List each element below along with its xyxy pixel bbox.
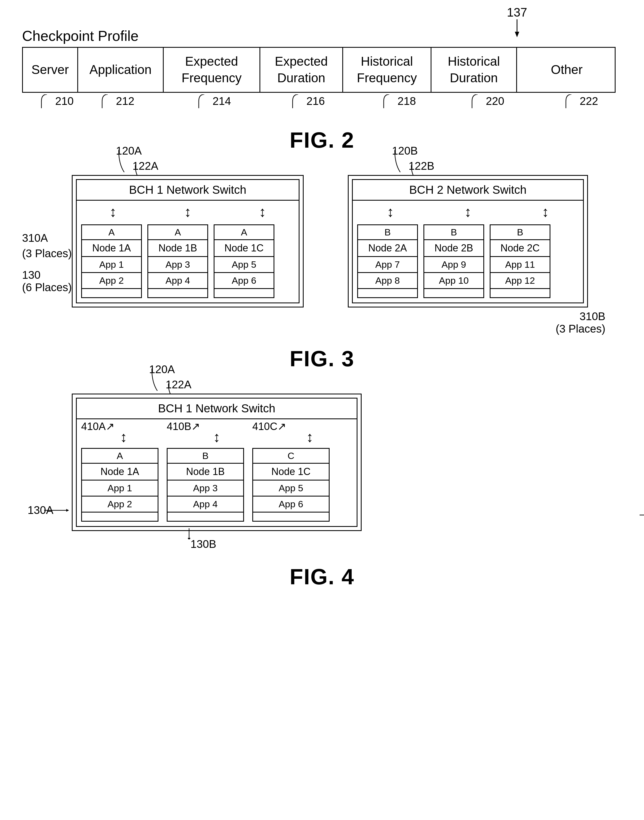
node-1b-label: Node 1B <box>148 240 207 257</box>
col-application: Application <box>78 48 164 92</box>
label-130-fig3: 130 (6 Places) <box>22 269 72 294</box>
bch4-inner: BCH 1 Network Switch 410A↗ 410B↗ <box>76 398 357 527</box>
node-2c-app1: App 11 <box>491 257 550 273</box>
label-130b: 130B <box>190 538 216 550</box>
node-f4-1b-label: Node 1B <box>167 464 243 481</box>
arrow-up-down-3: ↕ <box>232 204 293 220</box>
node-f4-1c: C Node 1C App 5 App 6 <box>252 448 330 522</box>
col-historical-frequency: Historical Frequency <box>343 48 431 92</box>
node-1c-app2: App 6 <box>215 273 274 289</box>
checkpoint-profile-title: Checkpoint Profile <box>22 28 139 44</box>
col-other: Other <box>517 48 616 92</box>
bch2-container: 120B 122B BCH 2 Network Switch ↕ <box>348 175 588 308</box>
svg-marker-1 <box>515 32 519 37</box>
ref-220: 220 <box>469 94 504 108</box>
label-122a-fig4: 122A <box>166 379 191 391</box>
node-2b-label: Node 2B <box>424 240 483 257</box>
svg-marker-3 <box>66 509 69 512</box>
node-2c: B Node 2C App 11 App 12 <box>490 224 550 298</box>
label-120a-fig4: 120A <box>149 363 175 376</box>
ref-212: 212 <box>100 94 135 108</box>
node-f4-1b-letter: B <box>167 449 243 464</box>
node-2b-app1: App 9 <box>424 257 483 273</box>
label-120b-fig3: 120B <box>392 145 418 157</box>
node-2a: B Node 2A App 7 App 8 <box>357 224 418 298</box>
page: Checkpoint Profile 137 Server Applicatio… <box>0 0 644 820</box>
arrows-row-bch4: ↕ ↕ ↕ <box>77 420 357 445</box>
node-2c-letter: B <box>491 225 550 240</box>
bch1-title: BCH 1 Network Switch <box>77 180 299 201</box>
arrow-up-down-1: ↕ <box>83 204 143 220</box>
node-1c-app1: App 5 <box>215 257 274 273</box>
bch1-outer: BCH 1 Network Switch ↕ ↕ ↕ A <box>72 175 304 308</box>
col-server: Server <box>23 48 78 92</box>
bch2-title: BCH 2 Network Switch <box>353 180 583 201</box>
node-2a-label: Node 2A <box>358 240 417 257</box>
node-f4-1c-label: Node 1C <box>253 464 329 481</box>
node-1a-label: Node 1A <box>82 240 141 257</box>
bch2-outer: BCH 2 Network Switch ↕ ↕ ↕ B <box>348 175 588 308</box>
node-2a-app2: App 8 <box>358 273 417 289</box>
node-f4-1a-app2: App 2 <box>82 497 158 512</box>
fig3-caption: FIG. 3 <box>22 346 622 371</box>
node-2b-letter: B <box>424 225 483 240</box>
node-1a-letter: A <box>82 225 141 240</box>
checkpoint-table: Server Application Expected Frequency Ex… <box>22 47 616 93</box>
node-2b: B Node 2B App 9 App 10 <box>423 224 484 298</box>
node-f4-1a: A Node 1A App 1 App 2 <box>81 448 158 522</box>
node-1c: A Node 1C App 5 App 6 <box>214 224 274 298</box>
col-expected-frequency: Expected Frequency <box>164 48 260 92</box>
arrow-up-down-6: ↕ <box>515 204 576 220</box>
node-1b-app1: App 3 <box>148 257 207 273</box>
bch4-title: BCH 1 Network Switch <box>77 399 357 419</box>
node-1a-app2: App 2 <box>82 273 141 289</box>
svg-marker-6 <box>188 538 190 539</box>
fig4-caption: FIG. 4 <box>22 564 622 590</box>
node-f4-1b: B Node 1B App 3 App 4 <box>167 448 244 522</box>
node-2b-app2: App 10 <box>424 273 483 289</box>
label-122b-fig3: 122B <box>409 160 434 172</box>
col-expected-duration: Expected Duration <box>260 48 343 92</box>
arrow-up-down-4: ↕ <box>360 204 421 220</box>
bch2-nodes-row: B Node 2A App 7 App 8 B Node 2B <box>353 220 583 302</box>
arrow-137-label: 137 <box>506 6 528 38</box>
fig2-section: Checkpoint Profile 137 Server Applicatio… <box>22 28 622 153</box>
node-1b-app2: App 4 <box>148 273 207 289</box>
ref-222: 222 <box>563 94 598 108</box>
node-f4-1c-letter: C <box>253 449 329 464</box>
node-f4-1a-app1: App 1 <box>82 481 158 497</box>
bch2-inner: BCH 2 Network Switch ↕ ↕ ↕ B <box>352 179 584 303</box>
node-2a-app1: App 7 <box>358 257 417 273</box>
node-f4-1a-label: Node 1A <box>82 464 158 481</box>
node-f4-1c-app2: App 6 <box>253 497 329 512</box>
bch1-nodes-row: A Node 1A App 1 App 2 A Node 1B <box>77 220 299 302</box>
label-122a-fig3: 122A <box>132 160 158 172</box>
fig3-section: 120A 122A BCH 1 Network Switch ↕ <box>22 175 622 371</box>
node-2c-label: Node 2C <box>491 240 550 257</box>
node-f4-1b-app2: App 4 <box>167 497 243 512</box>
410-labels-row: 410A↗ 410B↗ 410C↗ <box>77 419 357 420</box>
bch1-inner: BCH 1 Network Switch ↕ ↕ ↕ A <box>76 179 299 303</box>
ref-214: 214 <box>196 94 231 108</box>
node-1c-letter: A <box>215 225 274 240</box>
node-2c-app2: App 12 <box>491 273 550 289</box>
arrow-up-down-2: ↕ <box>157 204 218 220</box>
node-1b: A Node 1B App 3 App 4 <box>147 224 208 298</box>
ref-216: 216 <box>290 94 325 108</box>
ref-218: 218 <box>381 94 416 108</box>
label-130a: 130A <box>28 504 53 517</box>
node-f4-1c-app1: App 5 <box>253 481 329 497</box>
node-f4-1b-app1: App 3 <box>167 481 243 497</box>
label-120a-fig3: 120A <box>116 145 142 157</box>
bch4-outer: BCH 1 Network Switch 410A↗ 410B↗ <box>72 394 362 531</box>
fig4-section: 120A 122A 130A BCH 1 Network Switch <box>22 394 622 590</box>
node-1a-app1: App 1 <box>82 257 141 273</box>
fig2-caption: FIG. 2 <box>22 127 622 153</box>
node-1a: A Node 1A App 1 App 2 <box>81 224 142 298</box>
bch4-nodes-row: A Node 1A App 1 App 2 B Node 1B App 3 Ap… <box>77 445 357 526</box>
node-1c-label: Node 1C <box>215 240 274 257</box>
bch1-container: 120A 122A BCH 1 Network Switch ↕ <box>72 175 304 308</box>
node-f4-1a-letter: A <box>82 449 158 464</box>
ref-210: 210 <box>38 94 74 108</box>
arrows-row-bch2: ↕ ↕ ↕ <box>353 201 583 220</box>
